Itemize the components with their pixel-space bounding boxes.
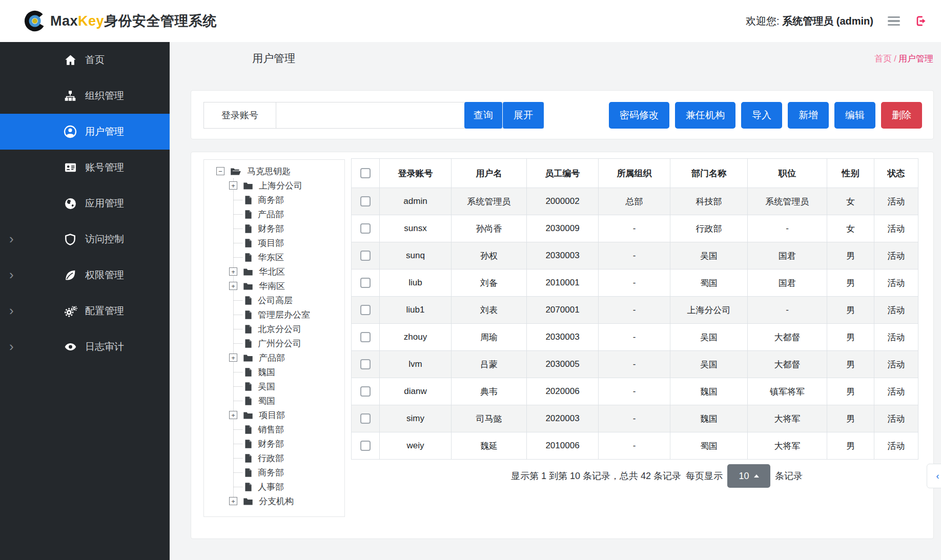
tree-node[interactable]: +华北区 — [204, 264, 344, 279]
toolbar: 密码修改兼任机构导入新增编辑删除 — [609, 102, 922, 129]
table-row: lvm吕蒙2030005-吴国大都督男活动 — [352, 351, 918, 378]
tree-node[interactable]: 北京分公司 — [204, 322, 344, 336]
query-button[interactable]: 查询 — [464, 102, 502, 129]
breadcrumb-home-link[interactable]: 首页 — [874, 54, 892, 64]
tree-node[interactable]: 商务部 — [204, 193, 344, 207]
tree-node[interactable]: 商务部 — [204, 465, 344, 480]
tree-node[interactable]: −马克思钥匙 — [204, 164, 344, 178]
concurrent-org-button[interactable]: 兼任机构 — [675, 102, 735, 129]
tree-node-label: 人事部 — [258, 481, 284, 493]
org-tree: −马克思钥匙+上海分公司商务部产品部财务部项目部华东区+华北区+华南区公司高层管… — [203, 159, 345, 517]
table-cell: 魏国 — [670, 378, 748, 405]
sidebar-item-log-audit[interactable]: ›日志审计 — [0, 329, 170, 365]
row-checkbox[interactable] — [360, 223, 371, 234]
table-cell: 孙权 — [452, 242, 527, 269]
tree-node[interactable]: +分支机构 — [204, 494, 344, 508]
tree-expander-icon[interactable]: + — [229, 411, 237, 419]
row-checkbox[interactable] — [360, 386, 371, 397]
eye-icon — [63, 340, 78, 354]
table-cell: - — [599, 242, 670, 269]
file-icon — [244, 310, 252, 320]
page-header-bar: 用户管理 首页/用户管理 — [170, 42, 941, 75]
tree-node[interactable]: 公司高层 — [204, 293, 344, 307]
sidebar-item-home[interactable]: 首页 — [0, 42, 170, 78]
chevron-right-icon: › — [9, 304, 14, 317]
add-button[interactable]: 新增 — [788, 102, 829, 129]
table-cell: 镇军将军 — [748, 378, 827, 405]
sidebar-item-access-control[interactable]: ›访问控制 — [0, 221, 170, 257]
tree-node[interactable]: 华东区 — [204, 250, 344, 264]
tree-node-label: 分支机构 — [259, 495, 294, 507]
row-checkbox[interactable] — [360, 413, 371, 424]
tree-node[interactable]: 财务部 — [204, 437, 344, 451]
table-cell: - — [599, 269, 670, 297]
sidebar-item-app-management[interactable]: 应用管理 — [0, 185, 170, 221]
login-account-label: 登录账号 — [204, 102, 276, 128]
table-cell: - — [599, 378, 670, 405]
tree-node[interactable]: 财务部 — [204, 221, 344, 236]
sidebar-item-org-management[interactable]: 组织管理 — [0, 78, 170, 114]
row-checkbox[interactable] — [360, 251, 371, 261]
select-all-checkbox[interactable] — [360, 168, 371, 178]
menu-icon[interactable] — [888, 16, 900, 26]
tree-node[interactable]: 吴国 — [204, 379, 344, 393]
sidebar-item-config-management[interactable]: ›配置管理 — [0, 293, 170, 329]
tree-node[interactable]: 项目部 — [204, 236, 344, 250]
breadcrumb: 首页/用户管理 — [874, 53, 933, 65]
expand-button[interactable]: 展开 — [503, 102, 544, 129]
import-button[interactable]: 导入 — [741, 102, 782, 129]
table-cell: 吴国 — [670, 242, 748, 269]
tree-node-label: 魏国 — [258, 366, 275, 378]
breadcrumb-current[interactable]: 用户管理 — [898, 54, 933, 64]
tree-node[interactable]: 管理层办公室 — [204, 307, 344, 322]
tree-expander-icon[interactable]: + — [229, 354, 237, 362]
edit-button[interactable]: 编辑 — [834, 102, 875, 129]
sidebar-item-account-management[interactable]: 账号管理 — [0, 150, 170, 185]
tree-node[interactable]: 广州分公司 — [204, 336, 344, 350]
table-cell: 国君 — [748, 242, 827, 269]
row-checkbox[interactable] — [360, 278, 371, 288]
tree-node[interactable]: 人事部 — [204, 480, 344, 494]
row-checkbox[interactable] — [360, 196, 371, 206]
row-checkbox[interactable] — [360, 332, 371, 342]
tree-expander-icon[interactable]: + — [229, 497, 237, 505]
tree-expander-icon[interactable]: − — [216, 167, 224, 175]
login-account-input[interactable] — [276, 102, 464, 128]
tree-expander-icon[interactable]: + — [229, 181, 237, 190]
folder-icon — [243, 281, 253, 291]
row-checkbox[interactable] — [360, 359, 371, 369]
pager-prev-button[interactable]: ‹ — [927, 464, 941, 488]
row-checkbox[interactable] — [360, 305, 371, 315]
table-cell: 2020003 — [527, 405, 599, 432]
table-cell: weiy — [380, 432, 452, 460]
folder-icon — [243, 353, 253, 363]
tree-node[interactable]: 产品部 — [204, 207, 344, 221]
password-change-button[interactable]: 密码修改 — [609, 102, 669, 129]
table-cell: dianw — [380, 378, 452, 405]
gears-icon — [63, 304, 78, 318]
table-cell: 活动 — [874, 215, 918, 242]
delete-button[interactable]: 删除 — [881, 102, 922, 129]
tree-node[interactable]: +项目部 — [204, 408, 344, 422]
file-icon — [244, 195, 252, 205]
tree-node-label: 商务部 — [258, 466, 284, 479]
tree-node[interactable]: +上海分公司 — [204, 178, 344, 193]
tree-node[interactable]: +华南区 — [204, 279, 344, 293]
sidebar-item-user-management[interactable]: 用户管理 — [0, 114, 170, 150]
table-cell: 刘备 — [452, 269, 527, 297]
table-cell: 2020006 — [527, 378, 599, 405]
tree-node[interactable]: +产品部 — [204, 350, 344, 365]
tree-expander-icon[interactable]: + — [229, 282, 237, 290]
row-checkbox[interactable] — [360, 441, 371, 451]
tree-node-label: 北京分公司 — [258, 323, 301, 335]
sidebar-item-permission-management[interactable]: ›权限管理 — [0, 257, 170, 293]
page-size-select[interactable]: 10 — [727, 464, 770, 488]
tree-node[interactable]: 行政部 — [204, 451, 344, 465]
sidebar-item-label: 首页 — [85, 53, 105, 67]
tree-node[interactable]: 蜀国 — [204, 393, 344, 408]
tree-expander-icon[interactable]: + — [229, 267, 237, 276]
tree-node[interactable]: 魏国 — [204, 365, 344, 379]
folder-icon — [243, 496, 253, 506]
logout-icon[interactable] — [914, 14, 928, 28]
tree-node[interactable]: 销售部 — [204, 422, 344, 437]
